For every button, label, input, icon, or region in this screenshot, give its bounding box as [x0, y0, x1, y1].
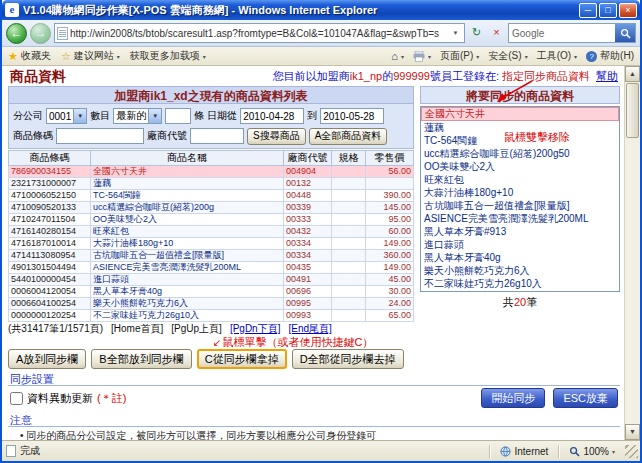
login-line: 您目前以加盟商ik1_np的999999號員工登錄在: 指定同步商品資料幫助	[273, 69, 618, 84]
cell-spec	[332, 250, 366, 262]
help-icon: ?	[586, 51, 597, 62]
page-nav-link[interactable]: [End尾頁]	[288, 322, 331, 336]
action-button-d[interactable]: D全部從同步欄去掉	[292, 349, 404, 369]
cell-vendor: 00435	[284, 262, 332, 274]
cell-spec	[332, 262, 366, 274]
chevron-down-icon: ▾	[401, 53, 404, 60]
refresh-button[interactable]: ↻	[468, 23, 485, 43]
table-row[interactable]: 5440100000454進口蒜頭0049145.00	[9, 274, 414, 286]
sync-list-item[interactable]: 進口蒜頭	[421, 238, 619, 251]
sync-list-item[interactable]: 古坑咖啡五合一超值禮盒[限量版]	[421, 199, 619, 212]
date-to-input[interactable]	[320, 108, 384, 124]
sync-list-item[interactable]: 黑人草本牙膏40g	[421, 251, 619, 264]
table-row[interactable]: 4710090520133ucc精選綜合咖啡豆(紹茗)200g00339145.…	[9, 202, 414, 214]
page-menu-label: 页面(P)	[440, 49, 473, 63]
cell-vendor: 00333	[284, 214, 332, 226]
close-button[interactable]: ×	[619, 3, 637, 18]
minimize-button[interactable]: ─	[579, 3, 597, 18]
table-row[interactable]: 0006004120054黑人草本牙膏40g0069630.00	[9, 286, 414, 298]
stop-button[interactable]: ×	[488, 23, 505, 43]
sync-list-item[interactable]: 樂天小熊餅乾巧克力6入	[421, 264, 619, 277]
dblclick-hint: 鼠標雙擊移除	[504, 130, 570, 145]
start-sync-button[interactable]: 開始同步	[481, 388, 545, 408]
scroll-thumb[interactable]	[626, 83, 639, 138]
action-button-c[interactable]: C從同步欄拿掉	[197, 349, 287, 369]
page-info: (共31417筆1/1571頁)	[8, 322, 103, 336]
column-header: 規格	[332, 151, 366, 166]
count-input[interactable]	[165, 108, 191, 124]
barcode-input[interactable]	[56, 128, 144, 144]
favorites-button[interactable]: ★ 收藏夹	[8, 49, 51, 63]
table-row[interactable]: 4901301504494ASIENCE完美雪亮潤澤洗髮乳200ML004351…	[9, 262, 414, 274]
date-from-input[interactable]	[240, 108, 304, 124]
branch-select[interactable]: 0001 ▼	[46, 108, 87, 124]
table-row[interactable]: 0006604100254樂天小熊餅乾巧克力6入0099524.00	[9, 298, 414, 310]
help-menu[interactable]: ?帮助(H)	[586, 49, 634, 63]
esc-cancel-button[interactable]: ESC放棄	[553, 388, 618, 408]
scroll-down-button[interactable]: ▼	[625, 424, 640, 440]
title-bar[interactable]: e V1.04購物網同步作業[X-POS 雲端商務網] - Windows In…	[2, 0, 640, 20]
count-select[interactable]: 最新的 ▼	[113, 108, 162, 124]
action-button-a[interactable]: A放到同步欄	[8, 349, 86, 369]
maximize-button[interactable]: □	[599, 3, 617, 18]
all-products-button[interactable]: A全部商品資料	[309, 128, 388, 145]
branch-label: 分公司	[13, 109, 43, 123]
cell-price: 95.00	[366, 214, 414, 226]
chevron-down-icon: ▾	[612, 448, 615, 455]
tools-menu[interactable]: 工具(O)▾	[537, 49, 577, 63]
search-input[interactable]	[509, 28, 615, 39]
sync-list-item[interactable]: 不二家味娃巧克力26g10入	[421, 277, 619, 290]
table-row[interactable]: 0000000120254不二家味娃巧克力26g10入0099365.00	[9, 310, 414, 322]
data-update-checkbox[interactable]	[10, 392, 23, 405]
count-unit-label: 條	[194, 109, 204, 123]
forward-button[interactable]: →	[30, 23, 51, 44]
cell-name: ASIENCE完美雪亮潤澤洗髮乳200ML	[91, 262, 284, 274]
suggested-sites-button[interactable]: ☆ 建议网站 ▾	[61, 49, 120, 63]
action-button-b[interactable]: B全部放到同步欄	[91, 349, 191, 369]
table-row[interactable]: 786900034155全國六寸天井00490456.00	[9, 166, 414, 178]
sync-list-item[interactable]: 大蒜汁油棒180g+10	[421, 186, 619, 199]
search-go-button[interactable]	[615, 24, 635, 42]
sync-list-item[interactable]: 全國六寸天井	[421, 107, 619, 121]
vendor-input[interactable]	[190, 128, 244, 144]
sync-list-item[interactable]: 黑人草本牙膏#913	[421, 225, 619, 238]
filter-area: 分公司 0001 ▼ 數目 最新的 ▼ 條	[8, 104, 414, 149]
resize-grip[interactable]	[625, 445, 638, 458]
scroll-up-button[interactable]: ▲	[625, 66, 640, 82]
cell-vendor: 00993	[284, 310, 332, 322]
cell-price: 56.00	[366, 166, 414, 178]
sync-list-title: 將要同步的商品資料	[420, 86, 620, 104]
print-button[interactable]: ▾	[413, 51, 431, 62]
back-button[interactable]: ←	[6, 23, 27, 44]
table-row[interactable]: 4710247011504OO美味雙心2入0033395.00	[9, 214, 414, 226]
sync-list-item[interactable]: ASIENCE完美雪亮潤澤洗髮乳200ML	[421, 212, 619, 225]
cell-name: 黑人草本牙膏40g	[91, 286, 284, 298]
table-row[interactable]: 4710006052150TC-564閩鐘00448390.00	[9, 190, 414, 202]
cell-barcode: 4716140280154	[9, 226, 91, 238]
tools-menu-label: 工具(O)	[537, 49, 571, 63]
table-row[interactable]: 4716140280154旺來紅包0043260.00	[9, 226, 414, 238]
search-products-button[interactable]: S搜尋商品	[247, 128, 306, 145]
table-row[interactable]: 2321731000007蓮藕00132	[9, 178, 414, 190]
total-count: 共20筆	[420, 292, 620, 310]
table-row[interactable]: 4714113080954古坑咖啡五合一超值禮盒[限量版]00334360.00	[9, 250, 414, 262]
safety-menu[interactable]: 安全(S)▾	[488, 49, 527, 63]
help-link[interactable]: 幫助	[596, 70, 618, 82]
cell-spec	[332, 286, 366, 298]
cell-name: 大蒜汁油棒180g+10	[91, 238, 284, 250]
sync-list-item[interactable]: OO美味雙心2入	[421, 160, 619, 173]
zoom-control[interactable]: 100% ▾	[563, 446, 621, 457]
sync-list-item[interactable]: 旺來紅包	[421, 173, 619, 186]
page-menu[interactable]: 页面(P)▾	[440, 49, 479, 63]
vertical-scrollbar[interactable]: ▲ ▼	[624, 66, 640, 440]
address-dropdown-icon[interactable]: ▼	[449, 30, 462, 36]
addons-button[interactable]: 获取更多加载项 ▾	[130, 49, 206, 63]
url-input[interactable]	[70, 28, 447, 39]
page-nav-link[interactable]: [PgDn下頁]	[230, 322, 281, 336]
home-button[interactable]: ⌂ ▾	[391, 50, 404, 62]
sync-list-item[interactable]: ucc精選綜合咖啡豆(紹茗)200g50	[421, 147, 619, 160]
cell-price: 24.00	[366, 298, 414, 310]
table-row[interactable]: 4716187010014大蒜汁油棒180g+1000334149.00	[9, 238, 414, 250]
help-menu-label: 帮助(H)	[600, 49, 634, 63]
count-value: 最新的	[114, 109, 148, 123]
